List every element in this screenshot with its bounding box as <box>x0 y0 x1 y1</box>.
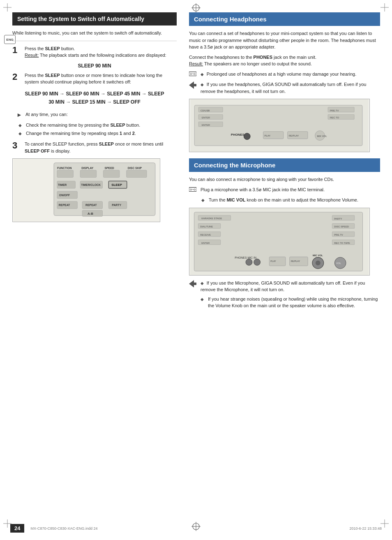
svg-text:REPEAT: REPEAT <box>85 204 97 207</box>
sleep-90-display: SLEEP 90 MIN <box>12 63 177 69</box>
svg-marker-94 <box>189 280 196 287</box>
page: ENG Setting the System to Switch off Aut… <box>0 0 392 540</box>
svg-text:ENTER: ENTER <box>202 116 210 119</box>
svg-text:ON/OFF: ON/OFF <box>59 194 70 197</box>
microphone-intro: You can also connect a microphone to sin… <box>189 176 380 183</box>
svg-text:PLAY: PLAY <box>265 134 271 137</box>
svg-text:REC TO TAPE: REC TO TAPE <box>334 241 350 244</box>
diamond-icon-h2: ◆ <box>201 82 205 87</box>
step-3: 3 To cancel the SLEEP function, press SL… <box>12 141 177 154</box>
left-section-title: Setting the System to Switch off Automat… <box>17 16 144 22</box>
left-column: Setting the System to Switch off Automat… <box>12 12 177 226</box>
svg-point-91 <box>316 260 321 265</box>
svg-text:PLAY: PLAY <box>270 260 276 262</box>
sleep-sequence: SLEEP 90 MIN → SLEEP 60 MIN → SLEEP 45 M… <box>12 90 177 107</box>
diamond-icon-m1: ◆ <box>201 197 207 203</box>
headphones-title: Connecting Headphones <box>194 16 267 23</box>
svg-point-39 <box>194 73 196 75</box>
svg-point-84 <box>254 259 261 265</box>
microphone-device-image: KARAOKE STAGE DIAL/TUNE RECEIVE ENTER PA… <box>189 208 370 276</box>
svg-text:REPEAT: REPEAT <box>59 204 70 207</box>
right-column: Connecting Headphones You can connect a … <box>189 12 380 315</box>
microphone-section: Connecting the Microphone You can also c… <box>189 158 380 309</box>
svg-text:DIAL/TUNE: DIAL/TUNE <box>200 225 213 228</box>
svg-text:VOL: VOL <box>336 262 341 264</box>
svg-rect-20 <box>127 170 147 178</box>
svg-point-38 <box>190 73 192 75</box>
step-1-content: Press the SLEEP button. Result: The play… <box>25 45 177 59</box>
svg-text:PARTY: PARTY <box>334 217 342 220</box>
svg-point-83 <box>246 259 252 265</box>
svg-text:SPEED: SPEED <box>104 167 114 169</box>
arrow-note: ► At any time, you can: <box>16 111 177 119</box>
svg-text:DISPLAY: DISPLAY <box>81 167 94 169</box>
svg-rect-19 <box>103 170 119 178</box>
svg-text:MIX VOL: MIX VOL <box>317 135 327 137</box>
mic-bullet: ◆ Turn the MIC VOL knob on the main unit… <box>201 197 380 204</box>
mic-warn-2: ◆ If you hear strange noises (squealing … <box>201 296 380 309</box>
svg-text:TIMER: TIMER <box>58 183 67 186</box>
diamond-icon-h1: ◆ <box>201 72 205 76</box>
svg-point-50 <box>244 133 250 140</box>
headphones-caution-2: ◆ If you use the headphones, GIGA SOUND … <box>189 81 380 95</box>
arrow-icon-3 <box>189 280 198 290</box>
diamond-icon-m2: ◆ <box>201 281 205 285</box>
microphone-title: Connecting the Microphone <box>194 162 275 169</box>
svg-text:FUNCTION: FUNCTION <box>57 167 72 169</box>
svg-text:ENTER: ENTER <box>202 124 210 126</box>
bullet-2: ◆ Change the remaining time by repeating… <box>18 130 177 137</box>
svg-text:DISC SPEED: DISC SPEED <box>334 225 349 228</box>
arrow-icon-2 <box>189 81 198 91</box>
svg-text:RECEIVE: RECEIVE <box>200 234 211 236</box>
svg-text:CD/USB: CD/USB <box>201 109 210 112</box>
headphones-caution-1: ◆ Prolonged use of headphones at a high … <box>189 71 380 79</box>
diamond-icon-1: ◆ <box>18 122 24 128</box>
page-number: 24 <box>10 524 24 533</box>
svg-point-63 <box>194 189 196 190</box>
svg-text:PHONES: PHONES <box>231 133 244 137</box>
diamond-icon-2: ◆ <box>18 130 24 137</box>
headphones-device-image: CD/USB ENTER ENTER PHONES PRE.TV REC TO … <box>189 99 370 152</box>
bullet-1: ◆ Check the remaining time by pressing t… <box>18 122 177 129</box>
left-intro: While listening to music, you can set th… <box>12 30 177 37</box>
cassette-icon-1 <box>189 71 198 79</box>
reg-mark-tr <box>380 3 389 12</box>
page-footer: 24 MX-C870-C850-C830-XAC-ENG.indd 24 201… <box>0 524 392 533</box>
microphone-header: Connecting the Microphone <box>189 158 380 172</box>
svg-rect-17 <box>57 170 73 178</box>
svg-text:MIC VOL: MIC VOL <box>313 254 323 256</box>
headphones-section: Connecting Headphones You can connect a … <box>189 12 380 152</box>
step-2-content: Press the SLEEP button once or more time… <box>25 72 177 86</box>
reg-mark-tl <box>3 3 12 12</box>
svg-text:KARAOKE STAGE: KARAOKE STAGE <box>201 217 222 219</box>
mic-warn-1: ◆ If you use the Microphone, GIGA SOUND … <box>189 280 380 293</box>
svg-text:DISC SKIP: DISC SKIP <box>128 167 142 169</box>
mic-caution: Plug a microphone with a 3.5ø MIC jack i… <box>189 186 380 195</box>
footer-date: 2010-6-22 15:33:48 <box>349 526 382 531</box>
left-section-header: Setting the System to Switch off Automat… <box>12 12 177 25</box>
svg-text:PRE.TV: PRE.TV <box>330 109 339 112</box>
step-2-number: 2 <box>12 72 21 82</box>
headphones-header: Connecting Headphones <box>189 12 380 26</box>
step-3-number: 3 <box>12 141 21 151</box>
svg-text:RE/PLAY: RE/PLAY <box>291 260 300 262</box>
cassette-icon-2 <box>189 187 198 195</box>
svg-text:PARTY: PARTY <box>112 204 121 207</box>
svg-rect-18 <box>80 170 96 178</box>
diamond-icon-m3: ◆ <box>201 296 206 302</box>
step-3-content: To cancel the SLEEP function, press SLEE… <box>25 141 177 154</box>
svg-text:PHONES  MIC IN: PHONES MIC IN <box>235 256 256 259</box>
svg-text:TIMER/CLOCK: TIMER/CLOCK <box>81 183 101 186</box>
svg-text:PRE.TV: PRE.TV <box>334 234 343 236</box>
svg-marker-40 <box>189 81 196 89</box>
svg-text:ENTER: ENTER <box>201 241 210 244</box>
svg-text:A-B: A-B <box>88 212 93 216</box>
step-1: 1 Press the SLEEP button. Result: The pl… <box>12 45 177 59</box>
svg-point-62 <box>190 189 192 190</box>
arrow-icon: ► <box>16 111 24 119</box>
remote-image: FUNCTION DISPLAY SPEED DISC SKIP TIMER T… <box>12 158 160 222</box>
divider-1 <box>12 41 177 41</box>
headphones-connect: Connect the headphones to the PHONES jac… <box>189 54 380 67</box>
headphones-intro: You can connect a set of headphones to y… <box>189 30 380 51</box>
step-2: 2 Press the SLEEP button once or more ti… <box>12 72 177 86</box>
